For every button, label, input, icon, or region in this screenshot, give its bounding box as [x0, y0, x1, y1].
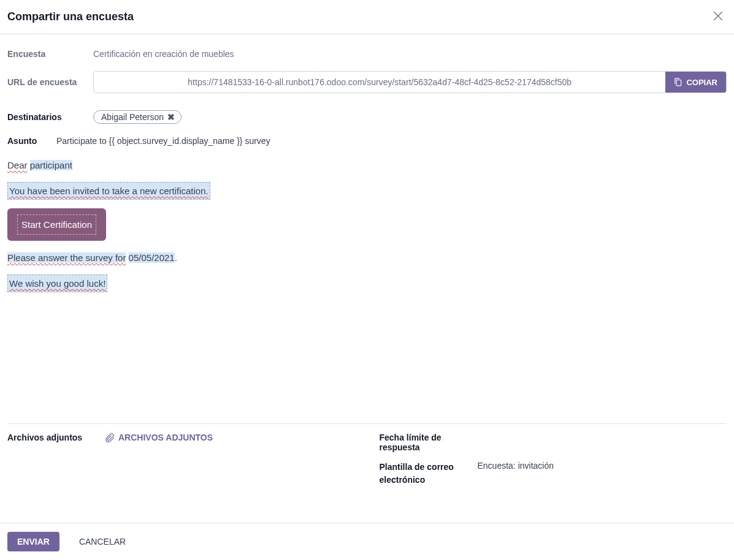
recipients-label: Destinatarios — [7, 112, 93, 122]
survey-row: Encuesta Certificación en creación de mu… — [7, 49, 727, 59]
survey-url-value[interactable]: https://71481533-16-0-all.runbot176.odoo… — [94, 72, 665, 93]
cancel-button[interactable]: CANCELAR — [69, 532, 136, 551]
remove-recipient-icon[interactable]: ✖ — [167, 113, 175, 121]
survey-url-row: URL de encuesta https://71481533-16-0-al… — [7, 71, 727, 93]
body-line-deadline: Please answer the survey for 05/05/2021. — [7, 249, 727, 266]
copy-label: COPIAR — [686, 78, 717, 87]
subject-value[interactable]: Participate to {{ object.survey_id.displ… — [56, 136, 727, 146]
email-body-editor[interactable]: Dear participant You have been invited t… — [7, 157, 727, 292]
copy-icon — [674, 78, 682, 86]
send-button[interactable]: ENVIAR — [7, 532, 59, 551]
modal-body: Encuesta Certificación en creación de mu… — [0, 34, 734, 523]
recipient-tag[interactable]: Abigail Peterson ✖ — [93, 110, 182, 124]
deadline-label: Fecha límite de respuesta — [380, 433, 478, 452]
close-button[interactable] — [709, 7, 727, 26]
copy-url-button[interactable]: COPIAR — [665, 72, 726, 93]
close-icon — [712, 10, 724, 22]
bottom-fields: Archivos adjuntos ARCHIVOS ADJUNTOS Fech… — [7, 423, 727, 495]
modal-header: Compartir una encuesta — [0, 0, 734, 34]
bottom-col-right: Fecha límite de respuesta Plantilla de c… — [380, 433, 727, 495]
subject-label: Asunto — [7, 136, 56, 146]
survey-value[interactable]: Certificación en creación de muebles — [93, 49, 727, 59]
attachments-button[interactable]: ARCHIVOS ADJUNTOS — [105, 433, 213, 442]
deadline-row: Fecha límite de respuesta — [380, 433, 727, 452]
recipients-value[interactable]: Abigail Peterson ✖ — [93, 110, 727, 124]
mail-template-row: Plantilla de correo electrónico Encuesta… — [380, 461, 727, 486]
survey-url-label: URL de encuesta — [7, 77, 93, 87]
body-line-button: Start Certification — [7, 208, 727, 241]
attachments-row: Archivos adjuntos ARCHIVOS ADJUNTOS — [7, 433, 355, 444]
recipient-name: Abigail Peterson — [101, 112, 164, 122]
attachments-button-label: ARCHIVOS ADJUNTOS — [118, 433, 213, 442]
subject-row: Asunto Participate to {{ object.survey_i… — [7, 136, 727, 146]
modal-title: Compartir una encuesta — [7, 10, 134, 23]
start-certification-button[interactable]: Start Certification — [7, 208, 106, 241]
share-survey-modal: Compartir una encuesta Encuesta Certific… — [0, 0, 734, 560]
body-line-invited: You have been invited to take a new cert… — [7, 182, 727, 200]
mail-template-label: Plantilla de correo electrónico — [380, 461, 478, 486]
mail-template-value[interactable]: Encuesta: invitación — [478, 461, 727, 471]
body-line-good-luck: We wish you good luck! — [7, 274, 727, 292]
attachments-label: Archivos adjuntos — [7, 433, 105, 442]
bottom-col-left: Archivos adjuntos ARCHIVOS ADJUNTOS — [7, 433, 355, 495]
body-line-greeting: Dear participant — [7, 157, 727, 173]
recipients-row: Destinatarios Abigail Peterson ✖ — [7, 110, 727, 124]
modal-footer: ENVIAR CANCELAR — [0, 523, 734, 560]
survey-url-box: https://71481533-16-0-all.runbot176.odoo… — [93, 71, 727, 93]
survey-label: Encuesta — [7, 49, 93, 59]
paperclip-icon — [105, 433, 115, 442]
